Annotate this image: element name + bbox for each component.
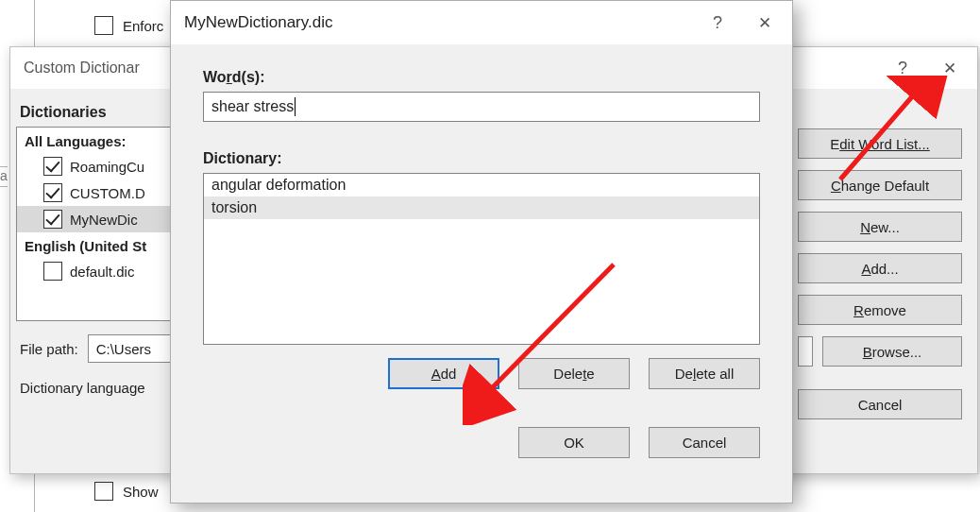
dict-item-label: RoamingCu: [70, 159, 144, 175]
cancel-button[interactable]: Cancel: [649, 427, 760, 458]
list-item[interactable]: torsion: [204, 196, 759, 219]
delete-word-button[interactable]: Delete: [518, 358, 630, 389]
bg-checkbox-show[interactable]: Show: [94, 482, 159, 501]
dict-item-label: default.dic: [70, 264, 134, 280]
dictionary-word-list[interactable]: angular deformation torsion: [203, 173, 760, 345]
list-item[interactable]: angular deformation: [204, 174, 759, 196]
edit-word-list-dialog: MyNewDictionary.dic ? ✕ Word(s): shear s…: [170, 0, 793, 503]
delete-all-button[interactable]: Delete all: [649, 358, 760, 389]
cancel-button[interactable]: Cancel: [798, 389, 962, 419]
add-button[interactable]: Add...: [798, 253, 962, 283]
word-input[interactable]: shear stress: [203, 92, 760, 122]
file-path-label: File path:: [20, 341, 78, 357]
checkbox-icon: [43, 262, 62, 281]
new-button[interactable]: New...: [798, 212, 962, 242]
change-default-button[interactable]: Change Default: [798, 170, 962, 200]
left-sliver: a: [0, 166, 8, 187]
dialog-titlebar: MyNewDictionary.dic ? ✕: [171, 1, 792, 44]
bg-checkbox-enforce[interactable]: Enforc: [94, 16, 163, 35]
dictionary-field-label: Dictionary:: [203, 150, 760, 167]
browse-prefix-box: [798, 336, 813, 367]
text-caret: [295, 97, 296, 116]
word-field-label: Word(s):: [203, 69, 760, 86]
close-icon[interactable]: ✕: [926, 49, 973, 87]
ok-button[interactable]: OK: [518, 427, 630, 458]
dict-item-label: MyNewDic: [70, 212, 138, 228]
browse-button[interactable]: Browse...: [822, 336, 962, 367]
checkbox-icon: [94, 16, 113, 35]
remove-button[interactable]: Remove: [798, 295, 962, 325]
checkbox-icon: [94, 482, 113, 501]
edit-word-list-button[interactable]: Edit Word List...: [798, 128, 962, 159]
file-path-value: C:\Users: [96, 341, 151, 357]
dict-item-label: CUSTOM.D: [70, 185, 145, 201]
checkbox-icon: [43, 157, 62, 176]
help-icon[interactable]: ?: [879, 49, 926, 87]
dialog-title: MyNewDictionary.dic: [184, 13, 694, 32]
checkbox-icon: [43, 210, 62, 229]
bg-checkbox-enforce-label: Enforc: [123, 18, 163, 34]
checkbox-icon: [43, 183, 62, 202]
bg-checkbox-show-label: Show: [123, 484, 159, 500]
add-word-button[interactable]: Add: [388, 358, 499, 389]
word-input-value: shear stress: [211, 98, 294, 115]
help-icon[interactable]: ?: [694, 4, 741, 42]
close-icon[interactable]: ✕: [741, 4, 788, 42]
